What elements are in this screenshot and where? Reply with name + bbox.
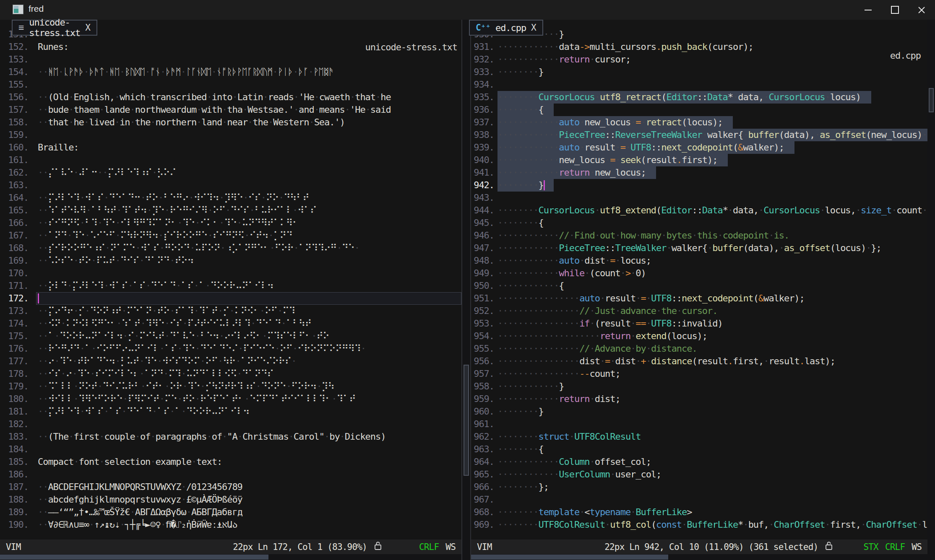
code-token: ·: [122, 331, 128, 341]
right-vertical-scrollbar[interactable]: [927, 20, 935, 560]
left-vscroll-thumb[interactable]: [464, 365, 469, 476]
code-text: ··⡍⠔⠙⠖·⡊·⠙⠕⠝⠰⠞·⠍⠑⠁⠝·⠞⠕·⠎⠁⠹·⠹⠁⠞·⡊·⠅⠝⠪⠂·⠕⠋…: [38, 305, 295, 317]
line-number: 161.: [0, 154, 29, 166]
line-number: 170.: [0, 267, 29, 280]
code-token: ·: [579, 117, 584, 127]
code-token: ·: [590, 54, 595, 65]
line-number: 956.: [471, 355, 494, 368]
code-token: ⠳⠗: [223, 356, 235, 366]
close-icon: [918, 6, 925, 14]
code-token: ··: [38, 117, 48, 127]
code-token: ⠊⠞⠂: [146, 381, 164, 391]
code-token: ·: [309, 117, 314, 127]
code-token: ·: [181, 67, 186, 77]
code-token: ·: [164, 331, 169, 341]
tab-close-icon[interactable]: X: [85, 23, 91, 33]
code-line: 935.········CursorLocus·utf8_retract(Edi…: [471, 91, 927, 104]
tab-unicode-stress[interactable]: ≡ unicode-stress.txt X: [12, 20, 97, 36]
left-horizontal-scrollbar[interactable]: [0, 554, 461, 560]
status-flag-crlf[interactable]: CRLF: [885, 542, 905, 552]
code-token: ·: [294, 243, 299, 253]
code-token: ·: [293, 67, 298, 77]
code-token: ··: [38, 494, 48, 505]
tab-close-icon[interactable]: X: [531, 23, 537, 33]
line-number: 180.: [0, 393, 29, 405]
right-cursor-position: 22px Ln 942, Col 10 (11.09%) (361 select…: [604, 542, 818, 552]
code-token: ·: [128, 280, 133, 291]
code-token: ∀∂∈ℝ∧∪≡∞: [48, 519, 89, 530]
code-token: ·: [584, 268, 589, 278]
code-token: ··: [38, 255, 48, 266]
code-line: 958.············}: [471, 380, 927, 393]
right-hscroll-thumb[interactable]: [471, 555, 668, 560]
code-token: ·: [361, 343, 366, 354]
code-token: (: [733, 142, 738, 153]
code-token: (locus);: [682, 117, 723, 127]
code-token: ·: [145, 67, 150, 77]
code-token: ·: [569, 230, 574, 241]
code-token: ·: [85, 230, 90, 241]
code-token: ⠙⠕⠕⠗⠤⠝⠁⠊⠇⠲: [60, 331, 123, 341]
code-token: ·: [635, 293, 641, 303]
code-line: 189.··–—‘“”„†•…‰™œŠŸž€·ΑΒΓΔΩαβγδω·АБВГДа…: [0, 506, 461, 519]
code-token: (result: [692, 356, 727, 366]
code-line: 169.··⠡⠕⠎⠑·⠞⠕·⠏⠥⠞·⠙⠊⠎·⠙⠁⠝⠙·⠞⠕⠲: [0, 254, 461, 267]
code-token: ·: [159, 394, 164, 404]
left-vertical-scrollbar[interactable]: [461, 20, 471, 560]
line-number: 944.: [471, 204, 494, 217]
code-token: ⠍⠹: [168, 368, 181, 379]
code-token: ·: [181, 494, 186, 505]
code-line: 168.··⡎⠊⠗⠕⠕⠛⠑⠰⠎·⠝⠁⠍⠑·⠺⠁⠎·⠛⠕⠕⠙·⠥⠏⠕⠝·⠰⡡⠁⠝⠛…: [0, 242, 461, 254]
code-token: ·: [260, 306, 265, 316]
line-number: 961.: [471, 418, 494, 430]
code-line: 969.········UTF8ColResult·utf8_col(const…: [471, 519, 927, 531]
line-number: 165.: [0, 204, 29, 217]
code-token: ::: [605, 130, 615, 140]
code-token: ⠞⠕⠲: [174, 255, 193, 266]
code-token: ﬁ�⑀₂ἠḂӥẄɐː⍎אԱა: [166, 519, 237, 530]
left-hscroll-thumb[interactable]: [0, 555, 268, 560]
code-token: ········: [497, 104, 539, 115]
minimize-button[interactable]: [854, 0, 881, 20]
code-token: ⠙⠑⠁⠙⠒: [109, 192, 140, 203]
code-token: next_codepoint: [661, 142, 733, 153]
code-line: 963.········{: [471, 443, 927, 456]
tab-ed-cpp[interactable]: C⁺⁺ ed.cpp X: [469, 20, 543, 36]
code-text: ············new_locus·=·seek(result.firs…: [497, 154, 717, 166]
right-vscroll-thumb[interactable]: [929, 88, 934, 112]
code-token: ⠥⠝⠙⠁⠇⠇⠪⠫: [186, 368, 237, 379]
code-token: buf,: [748, 519, 769, 530]
status-flag-ws[interactable]: WS: [912, 542, 922, 552]
line-number: 933.: [471, 66, 494, 78]
line-number: 958.: [471, 380, 494, 393]
code-line: 934.: [471, 78, 927, 91]
code-token: ·: [336, 243, 341, 253]
line-number: 947.: [471, 242, 494, 254]
line-number: 162.: [0, 166, 29, 179]
unlocked-padlock-icon[interactable]: [373, 540, 383, 553]
right-code-area[interactable]: 929.················data->multi_cursors.…: [471, 29, 927, 539]
code-token: ·: [91, 255, 96, 266]
maximize-button[interactable]: [881, 0, 908, 20]
code-line: 943.: [471, 192, 927, 204]
code-token: (new_locus): [866, 130, 922, 140]
right-horizontal-scrollbar[interactable]: [471, 554, 927, 560]
code-token: abcdefghijklmnopqrstuvwxyz: [48, 494, 181, 505]
code-token: ··: [38, 482, 48, 492]
status-flag-ws[interactable]: WS: [445, 542, 456, 552]
code-token: ·: [250, 318, 255, 329]
line-number: 955.: [471, 342, 494, 355]
code-line: 153.: [0, 53, 461, 66]
close-button[interactable]: [908, 0, 935, 20]
code-token: first);: [682, 155, 717, 165]
code-token: the: [135, 117, 151, 127]
code-token: ⠪⠝: [48, 318, 60, 329]
left-code-area[interactable]: 150.··እግርህን·በፍራሽህ·ልክ·ዘርጋ።151.152.Runes:1…: [0, 29, 461, 539]
code-token: ·: [159, 343, 164, 354]
code-line: 180.··⠺⠊⠇⠇·⠹⠻⠑⠋⠕⠗⠑·⠏⠻⠍⠊⠞·⠍⠑·⠞⠕·⠗⠑⠏⠑⠁⠞⠂·⠑…: [0, 393, 461, 405]
status-flag-stx[interactable]: STX: [863, 542, 878, 552]
status-flag-crlf[interactable]: CRLF: [419, 542, 439, 552]
unlocked-padlock-icon[interactable]: [824, 540, 834, 553]
code-token: selection: [104, 456, 151, 467]
code-token: buffer: [748, 130, 779, 140]
